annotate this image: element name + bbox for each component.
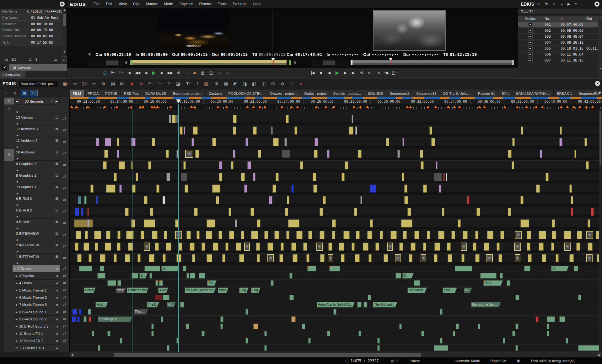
audio-clip[interactable] bbox=[453, 331, 455, 336]
ripple-mode[interactable]: Ripple Off bbox=[490, 359, 506, 363]
audio-clip[interactable] bbox=[151, 331, 154, 336]
tab-darko-potpis[interactable]: Darko - potpis bbox=[301, 90, 330, 97]
sequence-marker-icon[interactable] bbox=[70, 105, 73, 108]
audio-clip[interactable]: Fog ... bbox=[251, 287, 261, 293]
track-row-4-darko[interactable]: Dar...Dark... bbox=[70, 280, 602, 287]
timeline-clip[interactable] bbox=[228, 208, 231, 216]
track-row-3-interview[interactable] bbox=[70, 230, 602, 242]
timeline-clip[interactable] bbox=[272, 185, 276, 193]
timeline-clip[interactable] bbox=[279, 254, 283, 262]
track-sync-icon[interactable]: ⇄ bbox=[60, 309, 70, 314]
timeline-clip[interactable] bbox=[368, 254, 372, 262]
zoom-next-icon[interactable]: ▶ bbox=[56, 100, 58, 103]
anchor-cell[interactable]: ✔ bbox=[518, 52, 543, 56]
audio-clip[interactable] bbox=[245, 338, 248, 344]
timeline-clip[interactable] bbox=[341, 254, 345, 262]
expand-icon[interactable]: ▶ bbox=[17, 192, 19, 195]
track-header-4-darko[interactable]: ▶4 Darko⊲ bbox=[14, 280, 60, 287]
timeline-clip[interactable] bbox=[274, 231, 279, 239]
audio-clip[interactable] bbox=[440, 338, 443, 344]
anchor-cell[interactable]: ✔ bbox=[518, 29, 543, 33]
menu-item-marker[interactable]: Marker bbox=[142, 2, 160, 6]
sync-mode-icon[interactable]: ▦ bbox=[21, 90, 28, 96]
timeline-cursor-icon[interactable]: ⌖ bbox=[2, 90, 9, 96]
audio-clip[interactable] bbox=[264, 345, 267, 351]
timeline-clip[interactable] bbox=[236, 243, 241, 251]
playhead-line[interactable] bbox=[178, 104, 179, 352]
expand-icon[interactable]: ▶ bbox=[16, 325, 18, 328]
menu-item-view[interactable]: View bbox=[116, 2, 130, 6]
timeline-clip[interactable] bbox=[233, 126, 236, 135]
track-header-7-music-theme-3[interactable]: ▶7 Music Theme 3⊲ bbox=[14, 301, 60, 308]
timeline-clip[interactable] bbox=[296, 231, 303, 239]
import-marker-icon[interactable]: ⇓ bbox=[553, 2, 556, 6]
sequence-marker-icon[interactable] bbox=[153, 105, 156, 108]
tab-break-1[interactable]: BREAK 1 bbox=[554, 90, 576, 97]
anchor-checkbox[interactable]: ✔ bbox=[528, 40, 533, 45]
timeline-clip[interactable] bbox=[434, 243, 440, 251]
timeline-clip[interactable] bbox=[352, 243, 355, 251]
sequence-marker-icon[interactable] bbox=[75, 105, 78, 108]
timeline-clip[interactable] bbox=[539, 243, 544, 251]
timeline-clip[interactable] bbox=[559, 138, 562, 146]
loop-button[interactable]: ⟲ bbox=[174, 69, 182, 77]
tab-red-fog[interactable]: RED Fog bbox=[121, 90, 142, 97]
timeline-clip[interactable] bbox=[163, 196, 165, 204]
timeline-clip[interactable] bbox=[463, 231, 468, 239]
track-row-11-sound-fx-1[interactable] bbox=[70, 330, 602, 337]
timeline-clip[interactable] bbox=[288, 219, 299, 228]
timeline-clip[interactable] bbox=[239, 254, 244, 262]
marker-strip[interactable] bbox=[70, 104, 602, 109]
audio-clip[interactable]: Wisd... bbox=[218, 287, 228, 293]
timeline-clip[interactable] bbox=[106, 231, 110, 239]
scrollbar-thumb[interactable] bbox=[114, 353, 421, 357]
timeline-clip[interactable] bbox=[402, 138, 404, 146]
tab-prica[interactable]: PRICA bbox=[84, 90, 102, 97]
expand-icon[interactable]: ▶ bbox=[17, 227, 19, 230]
timeline-ruler[interactable]: 00:12:00:0000:14:00:0000:16:00:0000:18:0… bbox=[70, 99, 602, 104]
anchor-cell[interactable]: ✔ bbox=[518, 35, 543, 39]
timeline-clip[interactable] bbox=[207, 254, 212, 262]
tab-sounds[interactable]: SOUNDS bbox=[364, 90, 386, 97]
audio-clip[interactable] bbox=[395, 273, 401, 279]
timeline-clip[interactable] bbox=[341, 173, 345, 181]
timeline-clip[interactable] bbox=[218, 231, 222, 239]
timeline-clip[interactable] bbox=[276, 173, 279, 181]
sequence-marker-icon[interactable] bbox=[103, 105, 106, 108]
track-header-10-archives[interactable]: 10 Archives▤▶ bbox=[14, 149, 60, 161]
menu-item-settings[interactable]: Settings bbox=[230, 2, 250, 6]
timeline-clip[interactable] bbox=[103, 161, 107, 169]
audio-clip[interactable] bbox=[167, 345, 169, 351]
timeline-clip[interactable] bbox=[546, 173, 549, 181]
timeline-clip[interactable] bbox=[423, 243, 426, 251]
timeline-clip[interactable] bbox=[267, 254, 274, 262]
timeline-clip[interactable] bbox=[185, 185, 188, 193]
audio-clip[interactable] bbox=[455, 266, 472, 271]
timeline-clip[interactable] bbox=[202, 243, 205, 251]
track-header-9-b-roll-sound-2[interactable]: ▶9 B-Roll Sound 2⊲ bbox=[14, 316, 60, 323]
timeline-clip[interactable] bbox=[401, 219, 412, 228]
timeline-clip[interactable] bbox=[152, 138, 155, 146]
timeline-clip[interactable] bbox=[515, 231, 522, 239]
audio-clip[interactable]: W... bbox=[464, 287, 472, 293]
undo-icon[interactable]: ↶˅ bbox=[146, 80, 155, 88]
track-header-11-archives-2[interactable]: 11 Archives 2▤▶ bbox=[14, 137, 60, 149]
timeline-clip[interactable] bbox=[367, 231, 372, 239]
timeline-clip[interactable] bbox=[105, 138, 111, 146]
timeline-clip[interactable] bbox=[486, 254, 493, 262]
anchor-checkbox[interactable]: ✔ bbox=[528, 23, 533, 27]
timeline-clip[interactable] bbox=[515, 254, 520, 262]
timeline-clip[interactable] bbox=[586, 254, 593, 262]
open-project-icon[interactable]: ▱˅ bbox=[71, 80, 80, 88]
fast-forward-button[interactable]: ▶▶ bbox=[166, 69, 174, 77]
audio-clip[interactable] bbox=[500, 273, 503, 279]
sequence-marker-icon[interactable] bbox=[434, 105, 437, 108]
tab-information[interactable]: Information bbox=[0, 71, 25, 78]
tab-bura-duse[interactable]: BURA DUSE bbox=[142, 90, 169, 97]
track-sync-icon[interactable]: ⇄ bbox=[60, 324, 70, 329]
timeline-clip[interactable] bbox=[508, 150, 512, 158]
timeline-clip[interactable] bbox=[166, 150, 169, 158]
audio-clip[interactable] bbox=[271, 280, 274, 286]
grid-icon[interactable]: ⊞ bbox=[212, 80, 221, 88]
timeline-clip[interactable] bbox=[169, 115, 171, 123]
